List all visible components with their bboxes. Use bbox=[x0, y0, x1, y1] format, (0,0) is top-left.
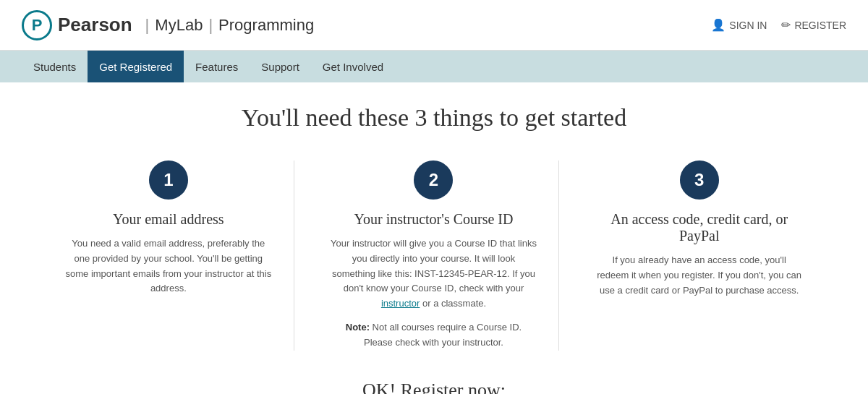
page-title: You'll need these 3 things to get starte… bbox=[43, 104, 825, 132]
nav-features[interactable]: Features bbox=[184, 51, 250, 82]
step-3: 3 An access code, credit card, or PayPal… bbox=[574, 160, 825, 351]
nav-students[interactable]: Students bbox=[22, 51, 88, 82]
main-content: You'll need these 3 things to get starte… bbox=[0, 82, 868, 394]
register-section: OK! Register now: bbox=[43, 380, 825, 394]
note-label: Note: bbox=[346, 322, 370, 333]
step-3-title: An access code, credit card, or PayPal bbox=[595, 211, 803, 244]
nav-get-registered[interactable]: Get Registered bbox=[88, 51, 184, 82]
note-text: Not all courses require a Course ID. Ple… bbox=[364, 322, 522, 348]
nav-get-involved[interactable]: Get Involved bbox=[311, 51, 395, 82]
header: P Pearson | MyLab | Programming 👤 SIGN I… bbox=[0, 0, 868, 51]
product-label: Programming bbox=[218, 16, 314, 35]
step-3-number: 3 bbox=[680, 160, 719, 200]
register-title: OK! Register now: bbox=[43, 380, 825, 394]
separator-1: | bbox=[145, 16, 150, 35]
separator-2: | bbox=[208, 16, 213, 35]
step-2: 2 Your instructor's Course ID Your instr… bbox=[309, 160, 560, 351]
main-nav: Students Get Registered Features Support… bbox=[0, 51, 868, 82]
step-2-number: 2 bbox=[414, 160, 453, 200]
header-logo-area: P Pearson | MyLab | Programming bbox=[22, 10, 314, 40]
step-1-description: You need a valid email address, preferab… bbox=[65, 236, 272, 296]
step-1-number: 1 bbox=[149, 160, 188, 200]
steps-grid: 1 Your email address You need a valid em… bbox=[43, 160, 825, 351]
mylab-label: MyLab bbox=[155, 16, 203, 35]
edit-icon: ✏ bbox=[781, 18, 791, 32]
brand-name: Pearson bbox=[58, 14, 132, 36]
sign-in-link[interactable]: 👤 SIGN IN bbox=[711, 18, 767, 32]
sign-in-label: SIGN IN bbox=[729, 20, 767, 31]
pearson-logo: P bbox=[22, 10, 52, 40]
step-2-note: Note: Not all courses require a Course I… bbox=[331, 320, 537, 351]
person-icon: 👤 bbox=[711, 18, 726, 32]
register-link[interactable]: ✏ REGISTER bbox=[781, 18, 846, 32]
header-actions: 👤 SIGN IN ✏ REGISTER bbox=[711, 18, 846, 32]
instructor-link[interactable]: instructor bbox=[381, 298, 420, 309]
step-2-title: Your instructor's Course ID bbox=[354, 211, 514, 228]
step-1-title: Your email address bbox=[113, 211, 224, 228]
step-1: 1 Your email address You need a valid em… bbox=[43, 160, 294, 351]
nav-support[interactable]: Support bbox=[250, 51, 311, 82]
step-3-description: If you already have an access code, you'… bbox=[595, 253, 803, 298]
register-label: REGISTER bbox=[794, 20, 846, 31]
step-2-description: Your instructor will give you a Course I… bbox=[331, 236, 537, 312]
